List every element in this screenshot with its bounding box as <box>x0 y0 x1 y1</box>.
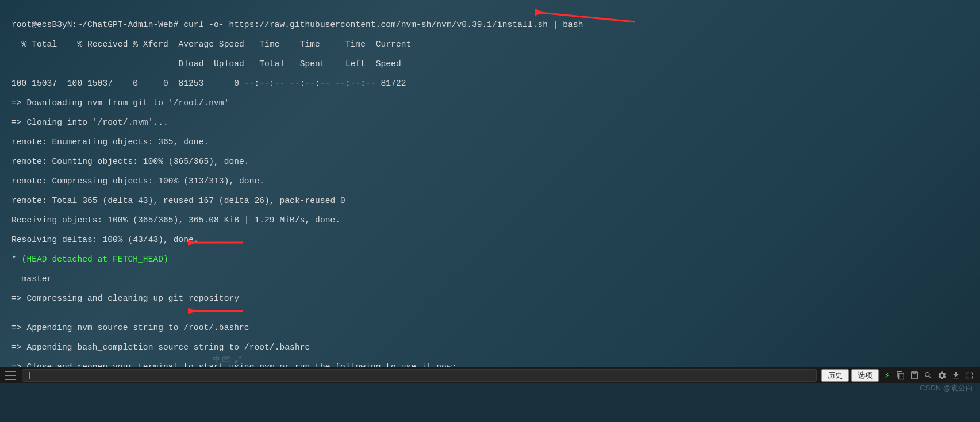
output-line: remote: Enumerating objects: 365, done. <box>11 137 969 147</box>
svg-point-7 <box>224 358 224 359</box>
watermark-text: CSDN @袁公白 <box>920 383 973 393</box>
output-line: remote: Total 365 (delta 43), reused 167… <box>11 196 969 206</box>
output-line: Receiving objects: 100% (365/365), 365.0… <box>11 216 969 225</box>
output-line: => Appending nvm source string to /root/… <box>11 323 969 333</box>
output-line: master <box>11 274 969 284</box>
gear-icon[interactable] <box>936 370 948 381</box>
keyboard-icon <box>222 355 231 364</box>
output-line: Dload Upload Total Spent Left Speed <box>11 59 969 69</box>
terminal-output[interactable]: root@ecsB3yN:~/ChatGPT-Admin-Web# curl -… <box>0 0 980 422</box>
svg-point-9 <box>227 358 228 359</box>
options-button[interactable]: 选项 <box>851 369 879 382</box>
git-head-detached: (HEAD detached at FETCH_HEAD) <box>22 255 168 264</box>
settings-wrench-icon <box>233 355 242 364</box>
paste-icon[interactable] <box>909 370 920 381</box>
output-line: % Total % Received % Xferd Average Speed… <box>11 40 969 49</box>
svg-rect-6 <box>222 357 230 362</box>
output-line: 100 15037 100 15037 0 0 81253 0 --:--:--… <box>11 79 969 89</box>
output-line: remote: Compressing objects: 100% (313/3… <box>11 177 969 186</box>
status-bar: 历史 选项 ⚡ <box>0 367 980 383</box>
svg-point-8 <box>225 358 226 359</box>
output-line: => Appending bash_completion source stri… <box>11 343 969 352</box>
command-text: curl -o- https://raw.githubusercontent.c… <box>178 20 583 29</box>
download-icon[interactable] <box>950 370 962 381</box>
command-input[interactable] <box>22 369 817 382</box>
output-line: => Compressing and cleaning up git repos… <box>11 294 969 304</box>
menu-icon[interactable] <box>5 371 16 380</box>
svg-rect-11 <box>225 360 229 360</box>
copy-icon[interactable] <box>895 370 906 381</box>
output-line: => Downloading nvm from git to '/root/.n… <box>11 98 969 108</box>
ime-lang-icon: 中 <box>213 354 220 365</box>
output-line: => Cloning into '/root/.nvm'... <box>11 118 969 128</box>
output-line: * (HEAD detached at FETCH_HEAD) <box>11 255 969 264</box>
ime-indicator: 中 <box>213 352 247 367</box>
output-line: Resolving deltas: 100% (43/43), done. <box>11 235 969 245</box>
svg-point-10 <box>228 358 229 359</box>
history-button[interactable]: 历史 <box>821 369 849 382</box>
shell-prompt: root@ecsB3yN:~/ChatGPT-Admin-Web# <box>11 20 178 29</box>
output-line: remote: Counting objects: 100% (365/365)… <box>11 157 969 167</box>
fullscreen-icon[interactable] <box>964 370 975 381</box>
output-line: root@ecsB3yN:~/ChatGPT-Admin-Web# curl -… <box>11 20 969 30</box>
bolt-icon[interactable]: ⚡ <box>881 370 893 381</box>
search-icon[interactable] <box>923 370 934 381</box>
